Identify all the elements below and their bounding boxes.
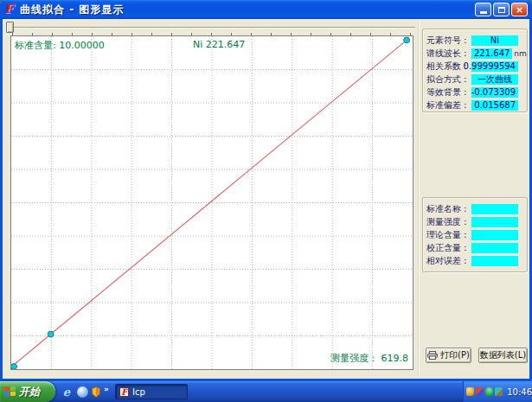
icp-app-icon: F bbox=[119, 387, 129, 397]
round-app-icon bbox=[77, 386, 88, 398]
field-row-measured-intensity: 测量强度： bbox=[425, 216, 523, 227]
field-label: 谱线波长： bbox=[425, 48, 470, 60]
tray-icon-3[interactable] bbox=[485, 387, 493, 396]
calibration-chart[interactable]: 标准含量: 10.00000 Ni 221.647 测量强度： 619.8 bbox=[10, 35, 413, 370]
measured-intensity-field[interactable] bbox=[471, 217, 518, 227]
wavelength-unit: nm bbox=[514, 49, 526, 58]
close-icon: × bbox=[516, 5, 523, 15]
slider-thumb[interactable] bbox=[6, 22, 14, 33]
field-row-theoretical-content: 理论含量： bbox=[425, 229, 523, 240]
window-client-area: 标准含量: 10.00000 Ni 221.647 测量强度： 619.8 元素… bbox=[0, 19, 532, 381]
close-button[interactable]: × bbox=[511, 3, 528, 16]
tray-icon-1[interactable] bbox=[466, 387, 474, 396]
chart-plot bbox=[11, 36, 413, 369]
corrected-content-field[interactable] bbox=[471, 243, 518, 253]
std-deviation-field[interactable]: 0.015687 bbox=[471, 100, 518, 111]
field-label: 理论含量： bbox=[425, 229, 470, 241]
screen: F 曲线拟合 - 图形显示 × 标准含量: 10.00000 Ni 221.64… bbox=[0, 0, 532, 402]
standard-name-field[interactable] bbox=[471, 204, 518, 214]
minimize-icon bbox=[480, 11, 487, 14]
print-button-label: 打印(P) bbox=[440, 349, 470, 361]
security-shield-icon[interactable] bbox=[90, 386, 102, 398]
wavelength-field[interactable]: 221.647 bbox=[471, 48, 512, 59]
quick-launch-overflow[interactable]: » bbox=[104, 385, 109, 393]
windows-logo-icon bbox=[4, 386, 16, 398]
chart-series-label: Ni 221.647 bbox=[193, 39, 245, 50]
field-row-element-symbol: 元素符号： Ni bbox=[425, 35, 523, 46]
slider-groove bbox=[7, 27, 415, 29]
start-button[interactable]: 开始 bbox=[0, 381, 55, 402]
tray-icon-2[interactable] bbox=[476, 387, 484, 396]
field-row-wavelength: 谱线波长： 221.647 nm bbox=[425, 48, 523, 59]
taskbar: 开始 e » F Icp 10:46 bbox=[0, 381, 532, 402]
field-label: 相对误差： bbox=[425, 255, 470, 267]
messenger-icon[interactable] bbox=[76, 386, 88, 398]
field-label: 标准名称： bbox=[425, 203, 470, 215]
data-list-button[interactable]: 数据列表(L) bbox=[478, 348, 528, 363]
field-row-fit-mode: 拟合方式： 一次曲线 bbox=[425, 73, 523, 85]
window-titlebar[interactable]: F 曲线拟合 - 图形显示 × bbox=[0, 0, 532, 19]
start-button-label: 开始 bbox=[19, 385, 40, 399]
background-field[interactable]: -0.073309 bbox=[471, 87, 518, 98]
chart-intensity-label: 测量强度： 619.8 bbox=[330, 352, 408, 365]
taskbar-button-label: Icp bbox=[132, 387, 145, 397]
element-symbol-field[interactable]: Ni bbox=[471, 35, 518, 46]
data-list-button-label: 数据列表(L) bbox=[480, 349, 526, 361]
chart-standard-content-label: 标准含量: 10.00000 bbox=[15, 39, 105, 52]
tray-icon-4[interactable] bbox=[495, 387, 503, 396]
field-row-standard-name: 标准名称： bbox=[425, 203, 523, 214]
tray-clock: 10:46 bbox=[507, 387, 532, 397]
ie-glyph: e bbox=[63, 386, 70, 399]
field-row-relative-error: 相对误差： bbox=[425, 255, 523, 266]
fit-results-group: 元素符号： Ni 谱线波长： 221.647 nm 相关系数： 0.999995… bbox=[422, 29, 528, 112]
print-button[interactable]: 打印(P) bbox=[426, 348, 471, 363]
internet-explorer-icon[interactable]: e bbox=[61, 386, 73, 398]
app-icon: F bbox=[4, 3, 16, 16]
field-row-corrected-content: 校正含量： bbox=[425, 242, 523, 253]
field-label: 校正含量： bbox=[425, 242, 470, 254]
field-label: 元素符号： bbox=[425, 35, 470, 47]
system-tray: 10:46 bbox=[463, 381, 532, 402]
field-row-background: 等效背景： -0.073309 bbox=[425, 86, 523, 98]
restore-icon bbox=[498, 7, 505, 13]
fit-mode-field[interactable]: 一次曲线 bbox=[471, 74, 518, 85]
minimize-button[interactable] bbox=[475, 3, 491, 16]
field-label: 拟合方式： bbox=[425, 73, 470, 86]
restore-button[interactable] bbox=[493, 3, 510, 16]
window-title: 曲线拟合 - 图形显示 bbox=[20, 3, 124, 17]
printer-icon bbox=[427, 351, 438, 360]
shield-icon bbox=[91, 386, 101, 398]
field-label: 标准偏差： bbox=[425, 99, 470, 112]
zoom-slider[interactable] bbox=[4, 21, 418, 35]
field-row-std-deviation: 标准偏差： 0.015687 bbox=[425, 99, 523, 111]
theoretical-content-field[interactable] bbox=[471, 230, 518, 240]
relative-error-field[interactable] bbox=[471, 256, 518, 266]
correlation-field[interactable]: 0.99999594 bbox=[471, 61, 518, 72]
calibration-point bbox=[404, 37, 410, 43]
panel-divider bbox=[418, 21, 420, 375]
calibration-point bbox=[48, 331, 54, 337]
calibration-point bbox=[11, 364, 16, 369]
sample-readout-group: 标准名称： 测量强度： 理论含量： 校正含量： 相对误差： bbox=[422, 197, 528, 272]
field-row-correlation: 相关系数： 0.99999594 bbox=[425, 61, 523, 72]
taskbar-button-icp[interactable]: F Icp bbox=[115, 384, 188, 399]
field-label: 等效背景： bbox=[425, 86, 470, 99]
field-label: 测量强度： bbox=[425, 216, 470, 228]
